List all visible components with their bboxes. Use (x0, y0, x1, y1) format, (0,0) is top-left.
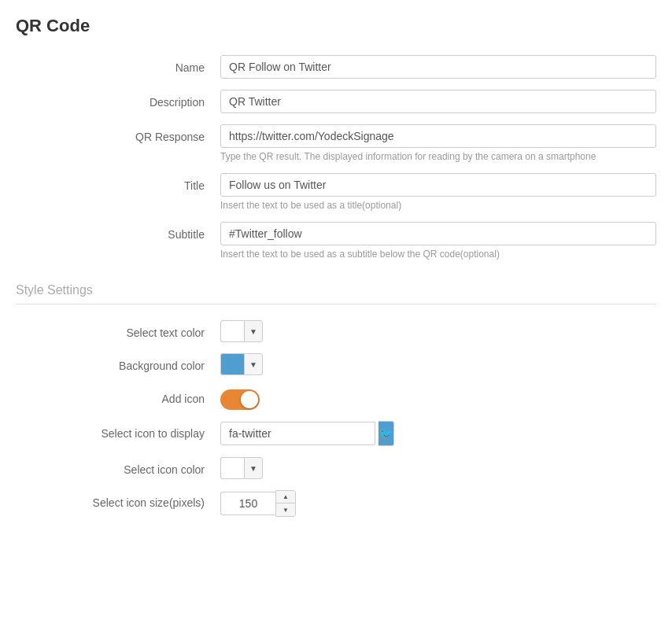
icon-size-label: Select icon size(pixels) (16, 490, 220, 509)
title-input[interactable] (220, 173, 656, 197)
add-icon-toggle[interactable] (220, 389, 260, 410)
text-color-dropdown-arrow: ▼ (249, 327, 257, 336)
description-row: Description (16, 90, 656, 113)
icon-size-input[interactable] (220, 492, 275, 515)
bg-color-swatch (220, 353, 244, 375)
spin-up-button[interactable]: ▲ (276, 491, 295, 503)
bg-color-field-wrapper: ▼ (220, 353, 656, 375)
spin-buttons: ▲ ▼ (275, 490, 296, 517)
icon-select-wrapper: 🐦 (220, 421, 378, 446)
icon-color-label: Select icon color (16, 457, 220, 476)
qr-response-label: QR Response (16, 124, 220, 143)
add-icon-label: Add icon (16, 386, 220, 405)
description-input[interactable] (220, 90, 656, 113)
title-row: Title Insert the text to be used as a ti… (16, 173, 656, 211)
qr-response-field-wrapper: Type the QR result. The displayed inform… (220, 124, 656, 162)
subtitle-label: Subtitle (16, 222, 220, 241)
twitter-icon: 🐦 (378, 426, 393, 441)
bg-color-row: Background color ▼ (16, 353, 656, 375)
title-label: Title (16, 173, 220, 192)
subtitle-field-wrapper: Insert the text to be used as a subtitle… (220, 222, 656, 260)
title-field-wrapper: Insert the text to be used as a title(op… (220, 173, 656, 211)
text-color-picker[interactable]: ▼ (220, 320, 656, 342)
add-icon-row: Add icon (16, 386, 656, 410)
icon-preview-button[interactable]: 🐦 (378, 421, 394, 446)
description-field-wrapper (220, 90, 656, 113)
qr-response-help: Type the QR result. The displayed inform… (220, 151, 656, 162)
toggle-thumb (241, 391, 258, 408)
spin-down-icon: ▼ (282, 507, 289, 514)
add-icon-toggle-wrapper (220, 386, 656, 410)
icon-size-spin: ▲ ▼ (220, 490, 656, 517)
toggle-track (220, 389, 260, 410)
text-color-swatch (220, 320, 244, 342)
name-field-wrapper (220, 55, 656, 79)
page-title: QR Code (16, 16, 656, 36)
icon-display-field-wrapper: 🐦 (220, 421, 656, 446)
icon-color-dropdown-arrow: ▼ (249, 464, 257, 473)
icon-size-field-wrapper: ▲ ▼ (220, 490, 656, 517)
icon-display-input[interactable] (220, 422, 375, 445)
name-input[interactable] (220, 55, 656, 79)
qr-response-input[interactable] (220, 124, 656, 148)
text-color-row: Select text color ▼ (16, 320, 656, 342)
bg-color-picker[interactable]: ▼ (220, 353, 656, 375)
subtitle-row: Subtitle Insert the text to be used as a… (16, 222, 656, 260)
text-color-field-wrapper: ▼ (220, 320, 656, 342)
icon-size-row: Select icon size(pixels) ▲ ▼ (16, 490, 656, 517)
text-color-dropdown[interactable]: ▼ (244, 320, 263, 342)
qr-code-form: Name Description QR Response Type the QR… (16, 55, 656, 260)
subtitle-input[interactable] (220, 222, 656, 245)
spin-up-icon: ▲ (282, 493, 289, 500)
qr-response-row: QR Response Type the QR result. The disp… (16, 124, 656, 162)
icon-color-swatch (220, 457, 244, 479)
icon-color-dropdown[interactable]: ▼ (244, 457, 263, 479)
style-settings-section: Style Settings Select text color ▼ Backg… (16, 283, 656, 517)
icon-color-field-wrapper: ▼ (220, 457, 656, 479)
bg-color-dropdown[interactable]: ▼ (244, 353, 263, 375)
bg-color-dropdown-arrow: ▼ (249, 360, 257, 369)
title-help: Insert the text to be used as a title(op… (220, 200, 656, 211)
bg-color-label: Background color (16, 353, 220, 372)
icon-color-picker[interactable]: ▼ (220, 457, 656, 479)
spin-down-button[interactable]: ▼ (276, 503, 295, 516)
icon-display-row: Select icon to display 🐦 (16, 421, 656, 446)
icon-display-label: Select icon to display (16, 421, 220, 440)
add-icon-field-wrapper (220, 386, 656, 410)
style-settings-header: Style Settings (16, 283, 656, 304)
text-color-label: Select text color (16, 320, 220, 339)
icon-color-row: Select icon color ▼ (16, 457, 656, 479)
description-label: Description (16, 90, 220, 109)
subtitle-help: Insert the text to be used as a subtitle… (220, 249, 656, 260)
name-label: Name (16, 55, 220, 74)
name-row: Name (16, 55, 656, 79)
